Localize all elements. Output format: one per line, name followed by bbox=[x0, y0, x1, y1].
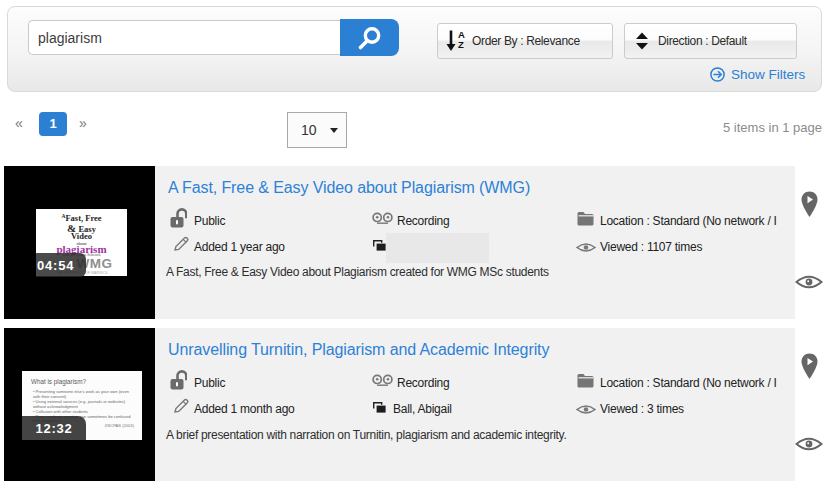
svg-text:Z: Z bbox=[458, 39, 464, 50]
